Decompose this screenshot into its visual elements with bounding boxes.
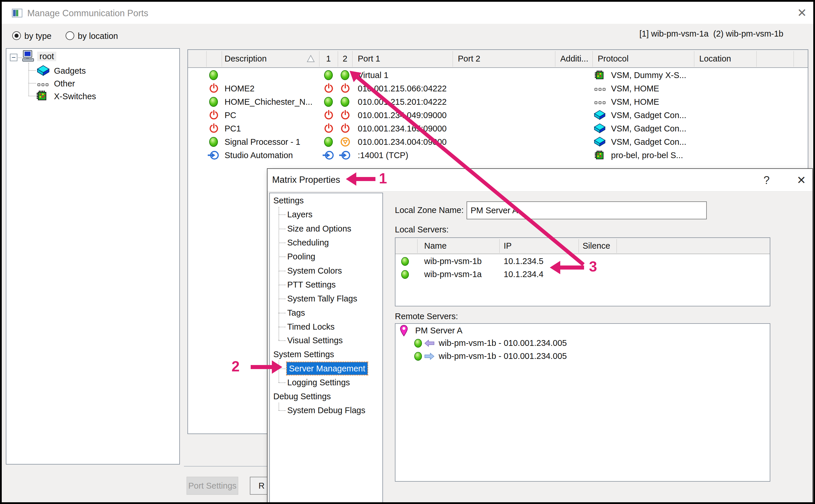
col-port1[interactable]: Port 1 <box>358 54 380 64</box>
nav-item-pooling[interactable]: Pooling <box>287 250 315 263</box>
tree-connector <box>279 361 279 382</box>
remote-servers-box: PM Server A wib-pm-vsm-1b - 010.001.234.… <box>395 323 770 482</box>
device-tree-panel: root Gadgets Other X-Switches <box>6 48 180 465</box>
annotation-step-1: 1 <box>379 170 387 187</box>
tree-item-root[interactable]: root <box>37 52 56 61</box>
status-green-icon <box>414 352 422 361</box>
status-green-icon <box>324 97 333 107</box>
manage-communication-ports-window: Manage Communication Ports ✕ by type by … <box>0 0 815 504</box>
local-servers-table: Name IP Silence wib-pm-vsm-1b 10.1.234.5… <box>395 237 770 306</box>
power-off-icon <box>340 110 350 121</box>
nav-item-scheduling[interactable]: Scheduling <box>287 236 329 249</box>
table-row[interactable]: PC1 010.001.234.165:09000 VSM, Gadget Co… <box>188 122 808 135</box>
close-icon[interactable]: ✕ <box>793 4 811 21</box>
radio-by-location-label[interactable]: by location <box>78 31 118 41</box>
nav-section-debug-settings: Debug Settings <box>273 390 331 403</box>
nav-item-visual-settings[interactable]: Visual Settings <box>287 334 343 347</box>
radio-by-location[interactable] <box>66 31 74 40</box>
tree-item-x-switches[interactable]: X-Switches <box>54 92 96 101</box>
status-green-icon <box>209 70 218 80</box>
nav-item-size-and-options[interactable]: Size and Options <box>287 222 351 235</box>
annotation-step-2: 2 <box>232 358 240 375</box>
power-off-icon <box>209 110 219 121</box>
cell-protocol: VSM, Gadget Con... <box>611 111 686 120</box>
table-row[interactable]: PC 010.001.234.049:09000 VSM, Gadget Con… <box>188 109 808 122</box>
local-zone-name-label: Local Zone Name: <box>395 205 464 215</box>
col-location[interactable]: Location <box>699 54 731 64</box>
arrow-right-icon <box>424 352 435 360</box>
radio-by-type-label[interactable]: by type <box>24 31 52 41</box>
dialog-titlebar: Matrix Properties ? ✕ <box>268 169 812 192</box>
remote-server-row[interactable]: wib-pm-vsm-1b - 010.001.234.005 <box>395 350 770 363</box>
table-row[interactable]: Studio Automation :14001 (TCP) pro-bel, … <box>188 149 808 162</box>
cell-port1: :14001 (TCP) <box>358 151 408 160</box>
col-name[interactable]: Name <box>424 241 447 251</box>
tree-item-other[interactable]: Other <box>54 79 75 88</box>
dots-icon <box>594 87 606 92</box>
cell-description: HOME2 <box>225 84 254 93</box>
cell-protocol: VSM, Dummy X-S... <box>611 71 686 80</box>
tree-item-gadgets[interactable]: Gadgets <box>54 66 86 76</box>
col-description[interactable]: Description <box>225 54 267 64</box>
status-green-icon <box>324 137 333 147</box>
power-off-icon <box>340 83 350 94</box>
col-1[interactable]: 1 <box>319 54 338 64</box>
tree-connector <box>279 403 279 410</box>
chip-icon <box>594 150 605 160</box>
help-icon[interactable]: ? <box>758 172 775 189</box>
col-protocol[interactable]: Protocol <box>598 54 628 64</box>
col-ip[interactable]: IP <box>504 241 512 251</box>
local-servers-header: Name IP Silence <box>395 238 770 254</box>
nav-item-system-debug-flags[interactable]: System Debug Flags <box>287 404 365 417</box>
table-row[interactable]: HOME2 010.001.215.066:04222 VSM, HOME <box>188 82 808 95</box>
radio-by-type[interactable] <box>12 31 21 40</box>
cell-description: Signal Processor - 1 <box>225 137 300 147</box>
gadget-cube-icon <box>37 65 50 77</box>
nav-item-system-tally-flags[interactable]: System Tally Flags <box>287 292 357 305</box>
remote-server-row[interactable]: wib-pm-vsm-1b - 010.001.234.005 <box>395 337 770 350</box>
nav-item-layers[interactable]: Layers <box>287 208 312 221</box>
annotation-step-3: 3 <box>589 258 597 275</box>
nav-item-tags[interactable]: Tags <box>287 306 305 319</box>
cell-remote-server: wib-pm-vsm-1b - 010.001.234.005 <box>439 338 567 348</box>
cell-port1: 010.001.234.004:09000 <box>358 137 447 147</box>
login-arrow-icon <box>339 150 351 160</box>
col-port2[interactable]: Port 2 <box>458 54 480 64</box>
root-expander-icon[interactable] <box>10 54 17 61</box>
port-settings-button[interactable]: Port Settings <box>187 477 238 495</box>
cell-protocol: VSM, Gadget Con... <box>611 137 686 147</box>
cell-name: wib-pm-vsm-1b <box>424 256 482 266</box>
power-off-icon <box>209 83 219 94</box>
cell-description: PC1 <box>225 124 241 133</box>
tree-connector <box>28 96 36 96</box>
nav-item-ptt-settings[interactable]: PTT Settings <box>287 278 336 291</box>
col-2[interactable]: 2 <box>338 54 352 64</box>
dots-icon <box>594 100 606 105</box>
matrix-properties-dialog: Matrix Properties ? ✕ Settings Layers Si… <box>267 168 813 504</box>
local-server-row[interactable]: wib-pm-vsm-1a 10.1.234.4 <box>395 268 770 281</box>
power-off-icon <box>324 83 334 94</box>
cell-port1: 010.001.215.201:04222 <box>358 97 447 107</box>
nav-section-system-settings: System Settings <box>273 348 334 361</box>
login-arrow-icon <box>322 150 335 160</box>
col-additional[interactable]: Additi... <box>560 54 588 64</box>
table-row[interactable]: HOME_Chichester_N... 010.001.215.201:042… <box>188 95 808 109</box>
nav-item-timed-locks[interactable]: Timed Locks <box>287 320 335 333</box>
tree-connector <box>28 63 29 96</box>
close-icon[interactable]: ✕ <box>792 172 811 189</box>
nav-item-logging-settings[interactable]: Logging Settings <box>287 376 350 389</box>
nav-item-server-management[interactable]: Server Management <box>287 362 368 375</box>
cell-protocol: VSM, HOME <box>611 97 659 107</box>
remote-zone-row[interactable]: PM Server A <box>395 324 770 337</box>
local-zone-input[interactable] <box>467 201 707 219</box>
local-server-row[interactable]: wib-pm-vsm-1b 10.1.234.5 <box>395 255 770 268</box>
table-row[interactable]: Virtual 1 VSM, Dummy X-S... <box>188 68 808 82</box>
nav-item-system-colors[interactable]: System Colors <box>287 264 342 277</box>
status-green-icon <box>340 70 350 80</box>
cell-remote-server: wib-pm-vsm-1b - 010.001.234.005 <box>439 351 567 361</box>
col-silence[interactable]: Silence <box>583 241 610 251</box>
computer-icon <box>21 50 35 62</box>
dialog-title: Matrix Properties <box>272 175 340 185</box>
nav-section-settings: Settings <box>273 194 304 207</box>
table-row[interactable]: Signal Processor - 1 010.001.234.004:090… <box>188 135 808 149</box>
